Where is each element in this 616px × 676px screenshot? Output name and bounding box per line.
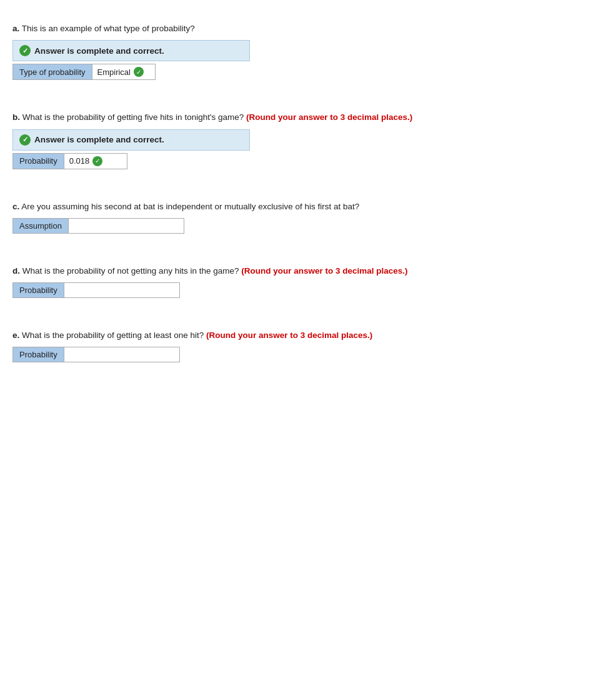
question-e-section: e. What is the probability of getting at… — [12, 329, 604, 362]
answer-correct-b: ✓Answer is complete and correct. — [19, 134, 243, 146]
question-c-text: Are you assuming his second at bat is in… — [19, 202, 359, 211]
question-b-label: b. What is the probability of getting fi… — [12, 111, 604, 124]
field-check-icon-b-0: ✓ — [92, 156, 102, 166]
field-value-text-b-0: 0.018 — [69, 156, 90, 166]
question-e-red-text: (Round your answer to 3 decimal places.) — [204, 331, 372, 340]
answer-box-b: ✓Answer is complete and correct. — [12, 129, 250, 151]
question-a-text: This is an example of what type of proba… — [19, 24, 194, 33]
field-row-c-0: Assumption — [12, 218, 184, 234]
question-a-section: a. This is an example of what type of pr… — [12, 22, 604, 80]
question-e-letter: e. — [12, 331, 19, 340]
question-b-letter: b. — [12, 112, 20, 122]
field-label-c-0: Assumption — [13, 219, 69, 233]
question-a-letter: a. — [12, 24, 19, 33]
question-b-text: What is the probability of getting five … — [20, 112, 244, 122]
question-d-red-text: (Round your answer to 3 decimal places.) — [239, 266, 407, 276]
question-d-section: d. What is the probability of not gettin… — [12, 265, 604, 298]
answer-status-text-a: Answer is complete and correct. — [34, 46, 164, 56]
answer-box-a: ✓Answer is complete and correct. — [12, 40, 250, 61]
field-input-e-0[interactable] — [64, 347, 179, 362]
question-b-section: b. What is the probability of getting fi… — [12, 111, 604, 169]
field-value-text-a-0: Empirical — [97, 67, 131, 77]
question-c-letter: c. — [12, 202, 19, 211]
field-label-d-0: Probability — [13, 283, 64, 297]
field-row-e-0: Probability — [12, 347, 180, 362]
field-label-b-0: Probability — [13, 154, 64, 169]
field-label-e-0: Probability — [13, 347, 64, 362]
field-value-a-0: Empirical✓ — [92, 64, 155, 79]
field-row-d-0: Probability — [12, 282, 180, 298]
question-d-text: What is the probability of not getting a… — [20, 266, 239, 276]
question-d-label: d. What is the probability of not gettin… — [12, 265, 604, 277]
question-e-label: e. What is the probability of getting at… — [12, 329, 604, 342]
field-input-d-0[interactable] — [64, 283, 179, 297]
question-c-label: c. Are you assuming his second at bat is… — [12, 201, 604, 213]
question-a-label: a. This is an example of what type of pr… — [12, 22, 604, 35]
field-label-a-0: Type of probability — [13, 64, 92, 79]
answer-correct-a: ✓Answer is complete and correct. — [19, 45, 243, 56]
field-row-a-0: Type of probabilityEmpirical✓ — [12, 64, 156, 80]
question-b-red-text: (Round your answer to 3 decimal places.) — [244, 112, 412, 122]
answer-status-text-b: Answer is complete and correct. — [34, 135, 164, 144]
field-row-b-0: Probability0.018✓ — [12, 153, 127, 169]
question-e-text: What is the probability of getting at le… — [19, 331, 204, 340]
answer-check-icon-a: ✓ — [19, 45, 31, 56]
answer-check-icon-b: ✓ — [19, 134, 31, 146]
question-c-section: c. Are you assuming his second at bat is… — [12, 201, 604, 234]
question-d-letter: d. — [12, 266, 20, 276]
field-check-icon-a-0: ✓ — [134, 67, 144, 77]
field-value-b-0: 0.018✓ — [64, 154, 127, 169]
field-input-c-0[interactable] — [69, 219, 184, 233]
